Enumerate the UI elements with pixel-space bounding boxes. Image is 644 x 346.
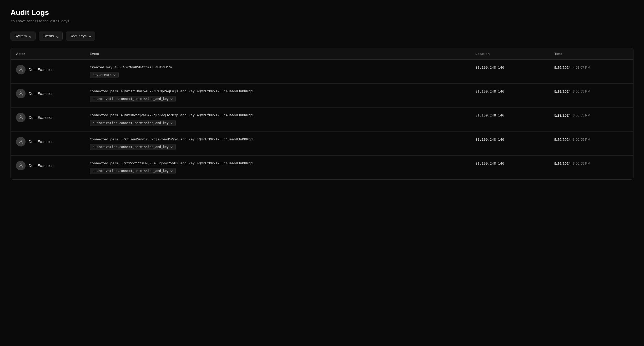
time-clock: 3:00:55 PM [573, 138, 590, 141]
filter-bar: System Events Root Keys [11, 32, 633, 40]
svg-point-2 [20, 116, 22, 118]
location-cell: 81.109.248.146 [475, 137, 554, 141]
chevron-down-icon [29, 35, 32, 37]
event-badge-button[interactable]: authorization.connect_permission_and_key [90, 144, 176, 150]
header-time: Time [554, 52, 628, 56]
header-actor: Actor [16, 52, 90, 56]
event-cell: Created key_4R6LAScMvu8SHAttmsrDNBf2EP7v… [90, 65, 475, 78]
time-cell: 5/29/2024 3:00:55 PM [554, 137, 628, 142]
time-date: 5/29/2024 [554, 161, 571, 166]
actor-name: Dom Eccleston [29, 91, 53, 96]
location-cell: 81.109.248.146 [475, 161, 554, 165]
events-filter-label: Events [43, 34, 54, 38]
location-cell: 81.109.248.146 [475, 89, 554, 93]
actor-cell: Dom Eccleston [16, 113, 90, 122]
actor-cell: Dom Eccleston [16, 65, 90, 74]
actor-cell: Dom Eccleston [16, 161, 90, 170]
time-cell: 5/29/2024 4:51:07 PM [554, 65, 628, 70]
location-cell: 81.109.248.146 [475, 113, 554, 117]
event-description: Connected perm_3PkfPccY72XBNQVJmJ8g5hy25… [90, 161, 471, 166]
time-cell: 5/29/2024 3:00:55 PM [554, 161, 628, 166]
event-badge-button[interactable]: authorization.connect_permission_and_key [90, 168, 176, 174]
avatar [16, 113, 26, 122]
event-cell: Connected perm_3PkfTaudSukbiSuwCja7oavPs… [90, 137, 475, 150]
event-description: Connected perm_3PkfTaudSukbiSuwCja7oavPs… [90, 137, 471, 142]
event-description: Created key_4R6LAScMvu8SHAttmsrDNBf2EP7v [90, 65, 471, 70]
svg-point-1 [20, 92, 22, 94]
avatar [16, 161, 26, 170]
header-location: Location [475, 52, 554, 56]
event-badge-button[interactable]: key.create [90, 72, 119, 78]
root-keys-filter-label: Root Keys [70, 34, 87, 38]
time-date: 5/29/2024 [554, 65, 571, 70]
actor-name: Dom Eccleston [29, 115, 53, 120]
system-filter-button[interactable]: System [11, 32, 36, 40]
actor-name: Dom Eccleston [29, 68, 53, 72]
chevron-down-icon [89, 35, 91, 37]
event-badge-label: key.create [93, 73, 112, 77]
avatar [16, 65, 26, 74]
event-badge-label: authorization.connect_permission_and_key [93, 97, 169, 101]
time-cell: 5/29/2024 3:00:55 PM [554, 113, 628, 118]
time-clock: 3:00:55 PM [573, 113, 590, 117]
event-cell: Connected perm_4QmreB6zZjowD4xVq1nGhg3c2… [90, 113, 475, 126]
actor-cell: Dom Eccleston [16, 89, 90, 98]
svg-point-0 [20, 68, 22, 70]
time-cell: 5/29/2024 3:00:55 PM [554, 89, 628, 94]
time-date: 5/29/2024 [554, 113, 571, 118]
page-subtitle: You have access to the last 90 days. [11, 19, 633, 23]
root-keys-filter-button[interactable]: Root Keys [66, 32, 95, 40]
time-clock: 3:00:55 PM [573, 89, 590, 93]
audit-log-table: Actor Event Location Time Dom Eccleston … [11, 48, 633, 180]
event-cell: Connected perm_4QmriCt1DaUv4HxZNPXMpPAqC… [90, 89, 475, 102]
event-description: Connected perm_4QmreB6zZjowD4xVq1nGhg3c2… [90, 113, 471, 118]
time-clock: 3:00:55 PM [573, 161, 590, 165]
time-date: 5/29/2024 [554, 138, 571, 142]
time-date: 5/29/2024 [554, 89, 571, 94]
table-row: Dom Eccleston Connected perm_3PkfPccY72X… [11, 156, 633, 179]
svg-point-3 [20, 140, 22, 141]
event-badge-label: authorization.connect_permission_and_key [93, 145, 169, 149]
table-row: Dom Eccleston Created key_4R6LAScMvu8SHA… [11, 60, 633, 84]
actor-name: Dom Eccleston [29, 164, 53, 168]
event-badge-button[interactable]: authorization.connect_permission_and_key [90, 120, 176, 126]
svg-point-4 [20, 164, 22, 165]
events-filter-button[interactable]: Events [39, 32, 63, 40]
event-cell: Connected perm_3PkfPccY72XBNQVJmJ8g5hy25… [90, 161, 475, 174]
avatar [16, 89, 26, 98]
event-description: Connected perm_4QmriCt1DaUv4HxZNPXMpPAqC… [90, 89, 471, 94]
event-badge-label: authorization.connect_permission_and_key [93, 169, 169, 173]
actor-cell: Dom Eccleston [16, 137, 90, 146]
chevron-down-icon [56, 35, 59, 37]
page-title: Audit Logs [11, 8, 633, 17]
header-event: Event [90, 52, 475, 56]
event-badge-button[interactable]: authorization.connect_permission_and_key [90, 96, 176, 102]
table-body: Dom Eccleston Created key_4R6LAScMvu8SHA… [11, 60, 633, 179]
system-filter-label: System [14, 34, 27, 38]
actor-name: Dom Eccleston [29, 140, 53, 144]
table-row: Dom Eccleston Connected perm_4QmreB6zZjo… [11, 108, 633, 131]
time-clock: 4:51:07 PM [573, 65, 590, 69]
event-badge-label: authorization.connect_permission_and_key [93, 121, 169, 125]
table-header: Actor Event Location Time [11, 48, 633, 60]
table-row: Dom Eccleston Connected perm_4QmriCt1DaU… [11, 84, 633, 108]
location-cell: 81.109.248.146 [475, 65, 554, 69]
avatar [16, 137, 26, 146]
table-row: Dom Eccleston Connected perm_3PkfTaudSuk… [11, 132, 633, 156]
